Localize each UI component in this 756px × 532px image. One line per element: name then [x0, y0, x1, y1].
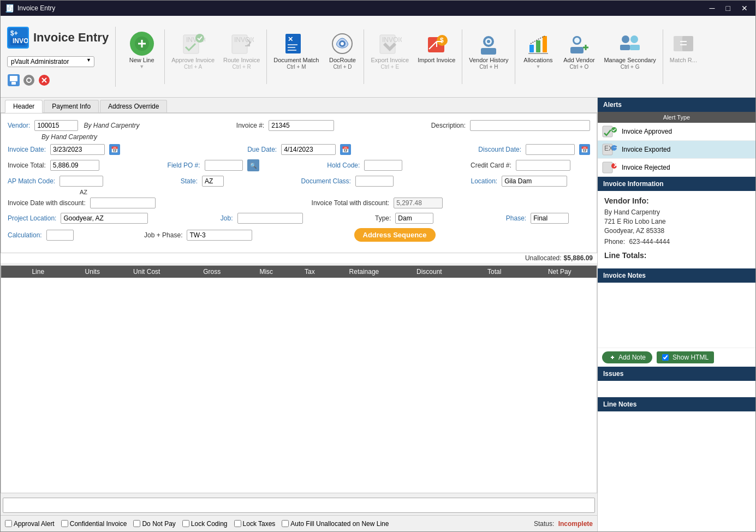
settings-quick-btn[interactable] [22, 74, 35, 87]
invoice-date-discount-input[interactable] [90, 198, 156, 208]
invoice-date-input[interactable] [50, 144, 105, 155]
tab-header[interactable]: Header [5, 100, 43, 113]
show-html-checkbox[interactable] [662, 354, 669, 361]
alerts-header: Alerts [598, 98, 755, 112]
close-quick-btn[interactable] [38, 74, 51, 87]
credit-card-input[interactable] [516, 160, 570, 171]
vendor-history-button[interactable]: Vendor History Ctrl + H [465, 29, 513, 72]
document-class-label[interactable]: Document Class: [301, 177, 351, 185]
ap-match-code-label[interactable]: AP Match Code: [8, 177, 55, 185]
tab-payment-info[interactable]: Payment Info [44, 100, 99, 112]
job-input[interactable] [237, 213, 303, 224]
alert-item-approved[interactable]: Invoice Approved [598, 123, 755, 141]
field-po-label[interactable]: Field PO #: [168, 162, 200, 169]
close-button[interactable]: ✕ [738, 3, 751, 14]
description-input[interactable] [470, 120, 590, 131]
field-po-lookup[interactable]: 🔍 [247, 159, 259, 171]
alerts-title: Alerts [603, 101, 622, 109]
import-invoice-label: Import Invoice [418, 57, 455, 64]
svg-rect-44 [570, 47, 584, 53]
location-label[interactable]: Location: [471, 177, 497, 185]
status-label: Status: [534, 520, 554, 528]
document-class-input[interactable] [355, 176, 394, 187]
ap-match-code-input[interactable] [59, 176, 103, 187]
due-date-calendar[interactable]: 📅 [340, 144, 351, 155]
state-sub-value: AZ [80, 189, 87, 195]
minimize-button[interactable]: ─ [706, 3, 718, 14]
show-html-button[interactable]: Show HTML [657, 351, 714, 363]
document-match-label: Document Match [273, 57, 319, 64]
issues-header: Issues [598, 367, 755, 381]
issues-section: Issues [598, 367, 755, 397]
form-row-1: Vendor: By Hand Carpentry Invoice #: Des… [8, 120, 590, 131]
discount-date-input[interactable] [526, 144, 575, 155]
job-phase-input[interactable] [187, 230, 252, 241]
approve-invoice-button[interactable]: INVOICE Approve Invoice Ctrl + A [167, 29, 219, 72]
field-po-input[interactable] [205, 160, 243, 171]
add-note-button[interactable]: Add Note [602, 351, 652, 363]
due-date-input[interactable] [281, 144, 336, 155]
discount-date-label[interactable]: Discount Date: [478, 146, 521, 153]
svg-rect-50 [620, 45, 630, 50]
bottom-text-input[interactable] [3, 498, 595, 513]
calculation-input[interactable] [46, 230, 74, 241]
invoice-total-input[interactable] [50, 160, 99, 171]
form-row-codes: AP Match Code: State: Document Class: Lo… [8, 176, 590, 187]
add-vendor-button[interactable]: Add Vendor Ctrl + O [558, 29, 599, 72]
export-invoice-button[interactable]: INVOICE Export Invoice Ctrl + E [366, 29, 413, 72]
job-label[interactable]: Job: [221, 214, 233, 222]
invoice-info-section: Invoice Information Vendor Info: By Hand… [598, 177, 755, 268]
allocations-label: Allocations [523, 57, 552, 64]
discount-date-calendar[interactable]: 📅 [579, 144, 590, 155]
calculation-label[interactable]: Calculation: [8, 231, 42, 239]
svg-point-9 [27, 79, 31, 82]
lock-coding-checkbox[interactable] [182, 520, 189, 527]
alert-item-exported[interactable]: EXP→ Invoice Exported [598, 141, 755, 159]
do-not-pay-checkbox[interactable] [133, 520, 140, 527]
hold-code-input[interactable] [364, 160, 402, 171]
state-label[interactable]: State: [181, 177, 198, 185]
phase-input[interactable] [531, 213, 569, 224]
vendor-label[interactable]: Vendor: [8, 122, 30, 129]
location-input[interactable] [502, 176, 567, 187]
project-location-label[interactable]: Project Location: [8, 214, 56, 222]
invoice-number-input[interactable] [269, 120, 334, 131]
approval-alert-label: Approval Alert [14, 520, 55, 528]
approval-alert-checkbox[interactable] [5, 520, 12, 527]
doc-route-button[interactable]: DocRoute Ctrl + D [323, 29, 361, 72]
maximize-button[interactable]: □ [723, 3, 734, 14]
invoice-notes-title: Invoice Notes [603, 272, 646, 279]
lock-taxes-checkbox[interactable] [234, 520, 241, 527]
approved-alert-label: Invoice Approved [622, 128, 672, 135]
address-sequence-button[interactable]: Address Sequence [354, 228, 436, 242]
match-r-button[interactable]: Match R... [665, 29, 701, 66]
invoice-date-calendar[interactable]: 📅 [109, 144, 120, 155]
import-invoice-button[interactable]: $ Import Invoice [413, 29, 460, 66]
hold-code-label[interactable]: Hold Code: [327, 162, 360, 169]
save-quick-btn[interactable] [7, 74, 20, 87]
new-line-button[interactable]: New Line ▼ [121, 29, 162, 71]
state-input[interactable] [202, 176, 224, 187]
match-r-label: Match R... [670, 57, 697, 64]
invoice-total-discount-input[interactable] [394, 198, 443, 208]
lock-coding-label: Lock Coding [191, 520, 228, 528]
alert-item-rejected[interactable]: ✕ Invoice Rejected [598, 159, 755, 177]
auto-fill-checkbox[interactable] [282, 520, 289, 527]
tab-address-override[interactable]: Address Override [100, 100, 167, 112]
svg-rect-36 [481, 48, 496, 55]
due-date-label[interactable]: Due Date: [247, 146, 277, 153]
allocations-button[interactable]: Allocations ▼ [517, 29, 558, 71]
vendor-input[interactable] [34, 120, 78, 131]
route-invoice-button[interactable]: INVOICE Route Invoice Ctrl + R [219, 29, 264, 72]
project-location-input[interactable] [61, 213, 148, 224]
confidential-checkbox[interactable] [61, 520, 68, 527]
manage-secondary-button[interactable]: Manage Secondary Ctrl + G [599, 29, 660, 72]
phase-label[interactable]: Phase: [506, 214, 526, 222]
divider-5 [515, 29, 515, 84]
user-dropdown[interactable]: pVault Administrator [7, 56, 94, 67]
document-match-button[interactable]: ✕ Document Match Ctrl + M [269, 29, 323, 72]
rejected-alert-icon: ✕ [602, 162, 617, 174]
invoice-date-label[interactable]: Invoice Date: [8, 146, 46, 153]
divider-1 [164, 29, 165, 84]
type-input[interactable] [395, 213, 433, 224]
